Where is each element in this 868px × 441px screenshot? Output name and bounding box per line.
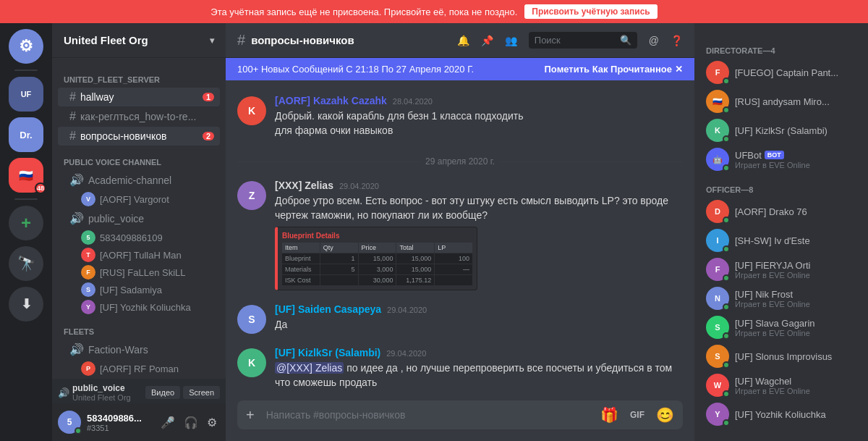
ufbot-name: UFBot xyxy=(735,150,762,161)
guild-icon-uf[interactable]: UF xyxy=(9,77,43,112)
member-nik-frost[interactable]: N [UF] Nik Frost Играет в EVE Online xyxy=(700,284,862,313)
msg-author-kizlksr: [UF] KizlkSr (Salambi) xyxy=(275,347,380,358)
embed-cell-5: 100 xyxy=(435,253,472,264)
status-yozhik-r xyxy=(723,419,730,427)
member-slonus[interactable]: S [UF] Slonus Improvisus xyxy=(700,342,862,371)
gift-button[interactable]: 🎁 xyxy=(597,400,621,429)
members-icon[interactable]: 👥 xyxy=(505,35,517,46)
member-fieryja[interactable]: F [UF] FiERYJA Orti Играет в EVE Online xyxy=(700,255,862,284)
channel-badge: 1 xyxy=(203,93,214,101)
unread-text: 100+ Новых Сообщений С 21:18 По 27 Апрел… xyxy=(237,64,474,75)
table-embed: Blueprint Details Item Qty Price Total L… xyxy=(275,227,477,290)
avatar-kizlksr-dir: K xyxy=(706,119,729,142)
avatar-kizlksr: K xyxy=(237,348,266,377)
member-kizlksr-dir[interactable]: K [UF] KizlkSr (Salambi) xyxy=(700,116,862,145)
bell-icon[interactable]: 🔔 xyxy=(457,35,469,46)
deafen-button[interactable]: 🎧 xyxy=(181,413,201,432)
mark-read-icon: ✕ xyxy=(675,64,683,75)
emoji-button[interactable]: 😊 xyxy=(653,400,677,429)
status-fuego xyxy=(723,77,730,85)
fleets-category[interactable]: FLEETS xyxy=(52,316,226,339)
msg-header-saiden-1: [UF] Saiden Casapeya 29.04.2020 xyxy=(275,303,683,315)
sidebar-divider-2 xyxy=(14,198,38,200)
voice-user-name: [AORF] Vargorot xyxy=(100,194,169,205)
member-iv-deste[interactable]: I [SH-SW] Iv d'Este xyxy=(700,226,862,255)
channel-sidebar: United Fleet Org ▾ UNITED_FLEET_SERVER #… xyxy=(52,23,226,441)
msg-header-kazahk: [AORF] Kazahk Cazahk 28.04.2020 xyxy=(275,95,683,106)
member-fuego[interactable]: F [FUEGO] Captain Pant... xyxy=(700,58,862,87)
member-info-fieryja: [UF] FiERYJA Orti Играет в EVE Online xyxy=(735,260,811,280)
fleets-label: FLEETS xyxy=(64,327,94,336)
msg-header-kizlksr: [UF] KizlkSr (Salambi) 29.04.2020 xyxy=(275,347,683,358)
member-ufbot[interactable]: 🤖 UFBot BOT Играет в EVE Online xyxy=(700,145,862,174)
video-button[interactable]: Видео xyxy=(145,386,180,399)
member-andysam[interactable]: 🇷🇺 [RUS] andysam Miro... xyxy=(700,87,862,116)
msg-text-kazahk-2: для фарма очки навыков xyxy=(275,124,683,138)
at-icon[interactable]: @ xyxy=(649,35,659,46)
embed-header-4: Total xyxy=(396,243,434,253)
search-box[interactable]: Поиск 🔍 xyxy=(529,32,637,49)
status-fieryja xyxy=(723,274,730,282)
avatar-zelias-1: Z xyxy=(237,181,266,210)
status-drako xyxy=(723,217,730,224)
download-icon[interactable]: ⬇ xyxy=(9,287,43,322)
fleet-user-1: [AORF] RF Poman xyxy=(100,364,179,374)
channel-name-2: как-реглться_how-to-re... xyxy=(80,111,196,122)
avatar-fieryja: F xyxy=(706,258,729,281)
member-info-slava: [UF] Slava Gagarin Играет в EVE Online xyxy=(735,318,815,337)
fleet-channel-faction[interactable]: 🔊 Faction-Wars xyxy=(58,340,220,359)
channel-list: UNITED_FLEET_SERVER # hallway 1 # как-ре… xyxy=(52,58,226,379)
member-info-wagchel: [UF] Wagchel Играет в EVE Online xyxy=(735,376,810,395)
member-slava[interactable]: S [UF] Slava Gagarin Играет в EVE Online xyxy=(700,313,862,342)
explore-servers-icon[interactable]: 🔭 xyxy=(9,246,43,281)
message-input[interactable] xyxy=(263,400,592,429)
pin-icon[interactable]: 📌 xyxy=(481,35,493,46)
gif-button[interactable]: GIF xyxy=(627,404,647,426)
member-yozhik-r[interactable]: Y [UF] Yozhik Koliuchka xyxy=(700,400,862,429)
status-nik xyxy=(723,303,730,311)
settings-button[interactable]: ⚙ xyxy=(204,413,220,432)
member-wagchel[interactable]: W [UF] Wagchel Играет в EVE Online xyxy=(700,371,862,400)
mention-zelias: @[XXX] Zelias xyxy=(275,362,344,374)
messages-area: K [AORF] Kazahk Cazahk 28.04.2020 Добрый… xyxy=(226,80,694,400)
voice-user-fallen: F [RUS] FaLLen SkiLL xyxy=(58,264,220,281)
unread-bar[interactable]: 100+ Новых Сообщений С 21:18 По 27 Апрел… xyxy=(226,58,694,80)
voice-icon: 🔊 xyxy=(69,173,84,187)
avatar-ufbot: 🤖 xyxy=(706,148,729,171)
channel-category-server[interactable]: UNITED_FLEET_SERVER xyxy=(52,64,226,87)
member-drako[interactable]: D [AORF] Drako 76 xyxy=(700,197,862,226)
voice-user-yozhik: Y [UF] Yozhik Koliuchka xyxy=(58,298,220,316)
add-file-button[interactable]: + xyxy=(243,401,258,429)
embed-cell-8: 3,000 xyxy=(359,264,396,274)
guild-icon-dri[interactable]: Dr. xyxy=(9,117,43,152)
msg-text-kazahk-1: Добрый. какой карабль для безн 1 класса … xyxy=(275,109,683,124)
voice-icon-2: 🔊 xyxy=(69,211,84,225)
avatar-fuego: F xyxy=(706,61,729,84)
add-server-icon[interactable]: + xyxy=(9,206,43,240)
channel-item-voprosy[interactable]: # вопросы-новичков 2 xyxy=(58,127,220,146)
voice-channel-public[interactable]: 🔊 public_voice xyxy=(58,209,220,228)
channel-badge-2: 2 xyxy=(203,132,214,140)
category-label: UNITED_FLEET_SERVER xyxy=(64,75,160,84)
mute-button[interactable]: 🎤 xyxy=(158,413,178,432)
channel-item-regs[interactable]: # как-реглться_how-to-re... xyxy=(58,107,220,126)
voice-user-tullan: T [AORF] TullаН Man xyxy=(58,246,220,264)
text-channel-icon-3: # xyxy=(69,130,76,143)
screen-button[interactable]: Screen xyxy=(183,386,220,399)
avatar-583: 5 xyxy=(81,230,95,245)
header-actions: 🔔 📌 👥 Поиск 🔍 @ ❓ xyxy=(457,32,683,49)
voice-category[interactable]: PUBLIC VOICE CHANNEL xyxy=(52,146,226,169)
voice-channel-academic[interactable]: 🔊 Academic-channel xyxy=(58,170,220,190)
server-header[interactable]: United Fleet Org ▾ xyxy=(52,23,226,58)
voice-user-vargorot: V [AORF] Vargorot xyxy=(58,190,220,208)
help-icon[interactable]: ❓ xyxy=(671,35,683,46)
discord-home-icon[interactable]: ⚙ xyxy=(9,29,43,64)
member-name-kizlksr-dir: [UF] KizlkSr (Salambi) xyxy=(735,125,827,136)
ufbot-status: Играет в EVE Online xyxy=(735,161,810,169)
claim-account-button[interactable]: Присвоить учётную запись xyxy=(524,4,657,19)
voice-connected-icon: 🔊 xyxy=(58,387,69,398)
guild-icon-flag[interactable]: 🇷🇺 48 xyxy=(9,158,43,193)
channel-item-hallway[interactable]: # hallway 1 xyxy=(58,88,220,106)
mark-read-action[interactable]: Пометить Как Прочитанное ✕ xyxy=(545,64,683,75)
main-content: # вопросы-новичков 🔔 📌 👥 Поиск 🔍 @ ❓ 100… xyxy=(226,23,694,441)
